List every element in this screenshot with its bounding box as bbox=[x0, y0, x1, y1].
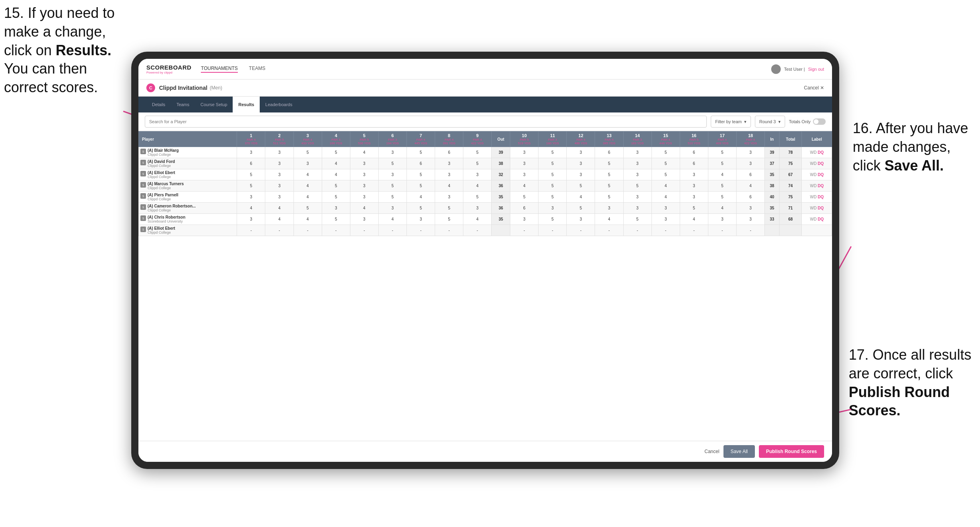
score-h14[interactable]: 3 bbox=[623, 203, 651, 214]
score-h15[interactable]: 4 bbox=[651, 192, 680, 203]
score-h16[interactable]: 3 bbox=[680, 169, 708, 180]
score-h12[interactable]: 5 bbox=[567, 203, 595, 214]
score-h13[interactable]: 6 bbox=[595, 147, 623, 158]
score-h16[interactable]: 3 bbox=[680, 180, 708, 192]
score-h1[interactable]: 3 bbox=[237, 147, 265, 158]
score-h5[interactable]: 4 bbox=[350, 147, 378, 158]
score-h6[interactable]: - bbox=[378, 225, 406, 236]
score-h18[interactable]: 6 bbox=[737, 192, 765, 203]
score-h4[interactable]: 4 bbox=[322, 169, 350, 180]
score-h11[interactable]: 5 bbox=[539, 169, 567, 180]
score-h1[interactable]: 4 bbox=[237, 203, 265, 214]
score-h11[interactable]: 5 bbox=[539, 158, 567, 169]
score-h15[interactable]: 5 bbox=[651, 147, 680, 158]
score-h5[interactable]: 3 bbox=[350, 214, 378, 225]
search-input[interactable] bbox=[145, 116, 707, 128]
score-h7[interactable]: 5 bbox=[407, 169, 435, 180]
score-h5[interactable]: 3 bbox=[350, 169, 378, 180]
cancel-button[interactable]: Cancel bbox=[704, 449, 719, 454]
score-h17[interactable]: - bbox=[708, 225, 736, 236]
score-h16[interactable]: 4 bbox=[680, 214, 708, 225]
score-h5[interactable]: 3 bbox=[350, 180, 378, 192]
score-h3[interactable]: 4 bbox=[294, 214, 322, 225]
score-h13[interactable]: 3 bbox=[595, 203, 623, 214]
score-h8[interactable]: - bbox=[435, 225, 463, 236]
score-h6[interactable]: 5 bbox=[378, 192, 406, 203]
score-h3[interactable]: - bbox=[294, 225, 322, 236]
nav-tournaments[interactable]: TOURNAMENTS bbox=[201, 66, 237, 73]
score-h15[interactable]: 5 bbox=[651, 169, 680, 180]
score-h14[interactable]: 5 bbox=[623, 214, 651, 225]
score-h16[interactable]: 6 bbox=[680, 147, 708, 158]
score-h13[interactable]: 5 bbox=[595, 180, 623, 192]
score-h14[interactable]: 3 bbox=[623, 158, 651, 169]
score-h8[interactable]: 3 bbox=[435, 169, 463, 180]
score-h12[interactable]: 3 bbox=[567, 169, 595, 180]
score-h1[interactable]: 3 bbox=[237, 192, 265, 203]
score-h1[interactable]: - bbox=[237, 225, 265, 236]
score-h18[interactable]: 3 bbox=[737, 158, 765, 169]
score-h5[interactable]: 3 bbox=[350, 192, 378, 203]
score-h5[interactable]: 3 bbox=[350, 158, 378, 169]
score-h2[interactable]: 3 bbox=[265, 180, 294, 192]
score-h6[interactable]: 4 bbox=[378, 214, 406, 225]
score-h8[interactable]: 6 bbox=[435, 147, 463, 158]
score-h15[interactable]: - bbox=[651, 225, 680, 236]
score-h6[interactable]: 5 bbox=[378, 158, 406, 169]
score-h1[interactable]: 5 bbox=[237, 169, 265, 180]
tab-details[interactable]: Details bbox=[146, 97, 171, 112]
score-h7[interactable]: 5 bbox=[407, 147, 435, 158]
score-h17[interactable]: 5 bbox=[708, 158, 736, 169]
score-h8[interactable]: 3 bbox=[435, 192, 463, 203]
score-h4[interactable]: 5 bbox=[322, 147, 350, 158]
save-all-button[interactable]: Save All bbox=[723, 445, 755, 458]
score-h3[interactable]: 4 bbox=[294, 192, 322, 203]
tab-results[interactable]: Results bbox=[233, 97, 260, 112]
score-h9[interactable]: 3 bbox=[463, 169, 492, 180]
publish-button[interactable]: Publish Round Scores bbox=[759, 445, 824, 458]
tab-course-setup[interactable]: Course Setup bbox=[195, 97, 233, 112]
score-h3[interactable]: 4 bbox=[294, 180, 322, 192]
score-h18[interactable]: 6 bbox=[737, 169, 765, 180]
score-h9[interactable]: 4 bbox=[463, 180, 492, 192]
score-h17[interactable]: 5 bbox=[708, 180, 736, 192]
score-h11[interactable]: - bbox=[539, 225, 567, 236]
score-h9[interactable]: 5 bbox=[463, 192, 492, 203]
score-h18[interactable]: 3 bbox=[737, 214, 765, 225]
score-h12[interactable]: 3 bbox=[567, 158, 595, 169]
score-h9[interactable]: 5 bbox=[463, 147, 492, 158]
score-h4[interactable]: 5 bbox=[322, 214, 350, 225]
score-h10[interactable]: 5 bbox=[510, 192, 539, 203]
score-h11[interactable]: 5 bbox=[539, 214, 567, 225]
score-h2[interactable]: 4 bbox=[265, 214, 294, 225]
score-h18[interactable]: 3 bbox=[737, 147, 765, 158]
score-h10[interactable]: 4 bbox=[510, 180, 539, 192]
score-h7[interactable]: 3 bbox=[407, 214, 435, 225]
score-h9[interactable]: - bbox=[463, 225, 492, 236]
score-h14[interactable]: 3 bbox=[623, 169, 651, 180]
sign-out[interactable]: Sign out bbox=[808, 67, 824, 72]
score-h14[interactable]: - bbox=[623, 225, 651, 236]
score-h4[interactable]: 4 bbox=[322, 158, 350, 169]
round-selector[interactable]: Round 3 ▾ bbox=[755, 116, 785, 128]
totals-toggle-switch[interactable] bbox=[813, 118, 826, 125]
score-h16[interactable]: 5 bbox=[680, 203, 708, 214]
score-h14[interactable]: 3 bbox=[623, 147, 651, 158]
score-h2[interactable]: - bbox=[265, 225, 294, 236]
score-h17[interactable]: 3 bbox=[708, 214, 736, 225]
score-h4[interactable]: 5 bbox=[322, 192, 350, 203]
score-h2[interactable]: 3 bbox=[265, 147, 294, 158]
score-h12[interactable]: 3 bbox=[567, 147, 595, 158]
score-h18[interactable]: - bbox=[737, 225, 765, 236]
score-h9[interactable]: 3 bbox=[463, 203, 492, 214]
score-h2[interactable]: 3 bbox=[265, 192, 294, 203]
score-h1[interactable]: 6 bbox=[237, 158, 265, 169]
score-h12[interactable]: 5 bbox=[567, 180, 595, 192]
score-h4[interactable]: 3 bbox=[322, 203, 350, 214]
score-h15[interactable]: 5 bbox=[651, 158, 680, 169]
score-h10[interactable]: 3 bbox=[510, 158, 539, 169]
score-h8[interactable]: 5 bbox=[435, 203, 463, 214]
score-h13[interactable]: 5 bbox=[595, 192, 623, 203]
score-h10[interactable]: 3 bbox=[510, 169, 539, 180]
score-h17[interactable]: 4 bbox=[708, 169, 736, 180]
